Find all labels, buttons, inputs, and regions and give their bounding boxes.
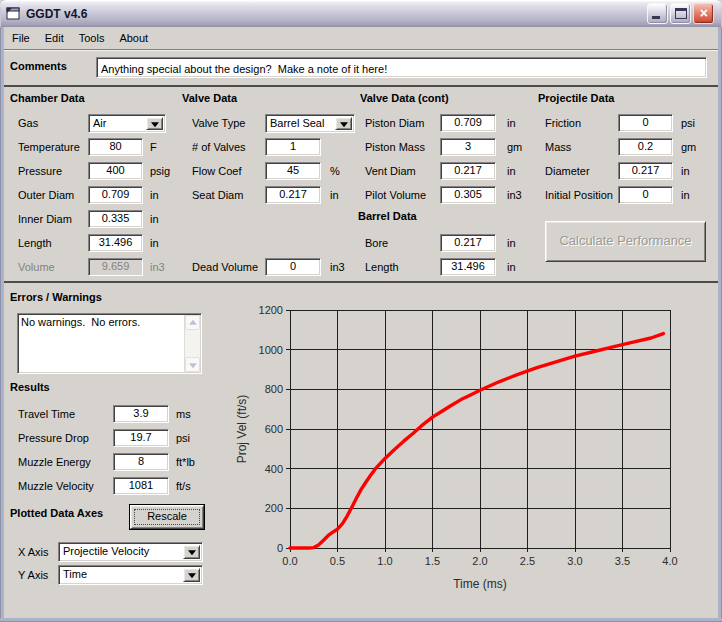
bore-input[interactable]: 0.217 [440, 234, 496, 252]
calculate-performance-button[interactable]: Calculate Performance [545, 221, 706, 262]
window-border-bottom [0, 618, 722, 622]
outer-diam-input[interactable]: 0.709 [88, 186, 143, 204]
svg-text:0.5: 0.5 [330, 555, 345, 567]
inner-diam-input[interactable]: 0.335 [88, 210, 143, 228]
dropdown-arrow-icon[interactable] [335, 117, 352, 130]
piston-mass-input[interactable]: 3 [440, 138, 496, 156]
svg-text:1.5: 1.5 [425, 555, 440, 567]
piston-diam-row: Piston Diam0.709in [365, 114, 545, 134]
bore-row: Bore0.217in [365, 234, 545, 254]
gas-value: Air [93, 117, 145, 129]
travel-time-label: Travel Time [18, 408, 75, 420]
muzzle-velocity-label: Muzzle Velocity [18, 480, 94, 492]
gas-dropdown[interactable]: Air [88, 114, 166, 133]
length-input[interactable]: 31.496 [88, 234, 143, 252]
initial-position-input[interactable]: 0 [618, 186, 673, 204]
friction-input[interactable]: 0 [618, 114, 673, 132]
gas-row: GasAir [18, 114, 198, 134]
menu-file[interactable]: File [12, 32, 30, 44]
muzzle-velocity-input[interactable]: 1081 [113, 477, 169, 495]
mass-row: Mass0.2gm [545, 138, 722, 158]
pilot-volume-unit: in3 [507, 189, 522, 201]
piston-diam-unit: in [507, 117, 516, 129]
length-row: Length31.496in [18, 234, 198, 254]
diameter-label: Diameter [545, 165, 590, 177]
seat-diam-unit: in [330, 189, 339, 201]
travel-time-input[interactable]: 3.9 [113, 405, 169, 423]
performance-chart: 0.00.51.01.52.02.53.03.54.00200400600800… [230, 298, 718, 600]
y-axis-value: Time [63, 568, 182, 580]
outer-diam-unit: in [150, 189, 159, 201]
separator [4, 85, 718, 87]
plotted-data-axes-header: Plotted Data Axes [10, 507, 103, 519]
of-valves-input[interactable]: 1 [265, 138, 321, 156]
errors-warnings-text: No warnings. No errors. [21, 316, 181, 328]
svg-text:1200: 1200 [259, 304, 283, 316]
pilot-volume-input[interactable]: 0.305 [440, 186, 496, 204]
of-valves-row: # of Valves1 [192, 138, 372, 158]
dead-volume-row: Dead Volume0in3 [192, 258, 372, 278]
volume-row: Volume9.659in3 [18, 258, 198, 278]
mass-input[interactable]: 0.2 [618, 138, 673, 156]
inner-diam-row: Inner Diam0.335in [18, 210, 198, 230]
window-border-left [0, 27, 4, 622]
pressure-input[interactable]: 400 [88, 162, 143, 180]
inner-diam-unit: in [150, 213, 159, 225]
dead-volume-input[interactable]: 0 [265, 258, 321, 276]
temperature-input[interactable]: 80 [88, 138, 143, 156]
dropdown-arrow-icon[interactable] [183, 545, 200, 559]
pressure-drop-row: Pressure Drop19.7psi [18, 429, 198, 449]
separator [4, 281, 718, 283]
window-controls: × [647, 3, 714, 24]
errors-warnings-box[interactable]: No warnings. No errors. [17, 313, 202, 374]
scroll-down-icon[interactable] [185, 357, 200, 372]
dropdown-arrow-icon[interactable] [183, 568, 200, 582]
travel-time-row: Travel Time3.9ms [18, 405, 198, 425]
dropdown-arrow-icon[interactable] [146, 117, 163, 130]
pilot-volume-label: Pilot Volume [365, 189, 426, 201]
errors-scrollbar[interactable] [184, 315, 200, 372]
comments-label: Comments [10, 60, 67, 72]
initial-position-row: Initial Position0in [545, 186, 722, 206]
svg-text:400: 400 [265, 463, 283, 475]
of-valves-label: # of Valves [192, 141, 246, 153]
length-input[interactable]: 31.496 [440, 258, 496, 276]
piston-diam-input[interactable]: 0.709 [440, 114, 496, 132]
title-bar[interactable]: GGDT v4.6 × [0, 0, 722, 27]
maximize-button[interactable] [670, 3, 691, 24]
x-axis-select[interactable]: Projectile Velocity [58, 542, 203, 562]
bore-unit: in [507, 237, 516, 249]
svg-text:2.0: 2.0 [472, 555, 487, 567]
travel-time-unit: ms [176, 408, 191, 420]
menu-tools[interactable]: Tools [79, 32, 105, 44]
comments-input[interactable] [96, 57, 707, 78]
piston-mass-unit: gm [507, 141, 522, 153]
app-window: GGDT v4.6 × File Edit Tools About Commen… [0, 0, 722, 622]
rescale-button[interactable]: Rescale [130, 505, 204, 529]
muzzle-energy-row: Muzzle Energy8ft*lb [18, 453, 198, 473]
seat-diam-input[interactable]: 0.217 [265, 186, 321, 204]
scroll-up-icon[interactable] [185, 315, 200, 330]
valve-type-label: Valve Type [192, 117, 245, 129]
y-axis-select[interactable]: Time [58, 565, 203, 585]
svg-text:3.0: 3.0 [567, 555, 582, 567]
errors-warnings-header: Errors / Warnings [10, 291, 102, 303]
svg-text:0: 0 [277, 542, 283, 554]
svg-text:1000: 1000 [259, 344, 283, 356]
x-axis-title: Time (ms) [453, 577, 507, 591]
pressure-drop-input[interactable]: 19.7 [113, 429, 169, 447]
minimize-button[interactable] [647, 3, 668, 24]
vent-diam-input[interactable]: 0.217 [440, 162, 496, 180]
svg-text:0.0: 0.0 [282, 555, 297, 567]
friction-label: Friction [545, 117, 581, 129]
flow-coef-input[interactable]: 45 [265, 162, 321, 180]
diameter-input[interactable]: 0.217 [618, 162, 673, 180]
svg-text:3.5: 3.5 [615, 555, 630, 567]
close-button[interactable]: × [693, 3, 714, 24]
menu-edit[interactable]: Edit [45, 32, 64, 44]
muzzle-energy-input[interactable]: 8 [113, 453, 169, 471]
menu-about[interactable]: About [119, 32, 148, 44]
valve-type-dropdown[interactable]: Barrel Seal [265, 114, 355, 133]
initial-position-unit: in [681, 189, 690, 201]
seat-diam-label: Seat Diam [192, 189, 243, 201]
